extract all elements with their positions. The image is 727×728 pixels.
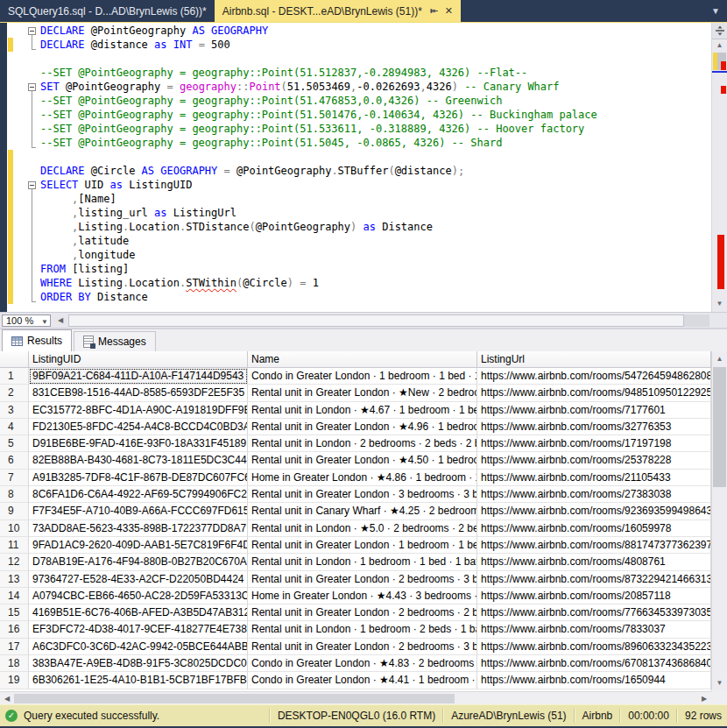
row-number[interactable]: 7 (0, 470, 29, 486)
code-line[interactable]: SET @PointGeography = geography::Point(5… (40, 80, 709, 94)
code-line[interactable]: --SET @PointGeography = geography::Point… (40, 122, 709, 136)
scroll-right-icon[interactable]: ▶ (698, 693, 710, 704)
table-row[interactable]: 196B306261-1E25-4A10-B1B1-5CB71BF17BFBCo… (0, 672, 711, 689)
code-line[interactable]: DECLARE @PointGeography AS GEOGRAPHY (40, 24, 709, 38)
cell-listinguid[interactable]: A91B3285-7DF8-4C1F-867B-DE87DC607FC6 (29, 470, 248, 486)
tab-airbnb-sql[interactable]: Airbnb.sql - DESKT...eAD\BrynLewis (51))… (215, 0, 461, 22)
scroll-up-icon[interactable]: ▲ (712, 39, 727, 53)
tab-messages[interactable]: Messages (74, 331, 156, 351)
table-row[interactable]: 16EF3DFC72-4D38-4017-9CEF-418277E4E738Re… (0, 621, 711, 638)
code-line[interactable]: ,latitude (40, 234, 709, 248)
cell-listingurl[interactable]: https://www.airbnb.com/rooms/17197198 (477, 435, 711, 452)
row-number[interactable]: 16 (0, 621, 29, 638)
scrollbar-thumb[interactable] (14, 694, 455, 703)
cell-listingurl[interactable]: https://www.airbnb.com/rooms/94851095012… (477, 385, 711, 401)
table-row[interactable]: 154169B51E-6C76-406B-AFED-A3B5D47AB312Re… (0, 604, 711, 621)
code-line[interactable]: ,Listing.Location.STDistance(@PointGeogr… (40, 220, 709, 234)
code-line[interactable]: --SET @PointGeography = geography::Point… (40, 94, 709, 108)
cell-listinguid[interactable]: A6C3DFC0-3C6D-42AC-9942-05BCE644ABB7 (29, 639, 248, 655)
code-line[interactable]: --SET @PointGeography = geography::Point… (40, 66, 709, 80)
cell-listinguid[interactable]: FD2130E5-8FDC-4254-A4C8-BCCD4C0BD3AD (29, 419, 248, 435)
cell-name[interactable]: Rental unit in London · 1 bedroom · 2 be… (248, 621, 477, 638)
cell-listinguid[interactable]: A0794CBC-EB66-4650-AC28-2D59FA53313C (29, 588, 248, 604)
cell-listingurl[interactable]: https://www.airbnb.com/rooms/16059978 (477, 520, 711, 537)
editor-vertical-scrollbar[interactable]: ▲ ▼ (711, 23, 727, 312)
cell-listinguid[interactable]: 9FAD1AC9-2620-409D-AAB1-5E7C819F6F4D (29, 537, 248, 554)
code-line[interactable]: ORDER BY Distance (40, 290, 709, 304)
table-row[interactable]: 9F7F34E5F-A710-40B9-A66A-FCCC697FD615Ren… (0, 503, 711, 519)
row-number[interactable]: 15 (0, 604, 29, 621)
code-line[interactable]: DECLARE @distance as INT = 500 (40, 38, 709, 52)
cell-name[interactable]: Rental unit in Greater London · 2 bedroo… (248, 639, 477, 655)
cell-listingurl[interactable]: https://www.airbnb.com/rooms/88174737736… (477, 537, 711, 554)
editor-horizontal-scrollbar[interactable] (68, 315, 709, 327)
tab-list-chevron-icon[interactable]: ▼ (711, 6, 720, 16)
sql-code-editor[interactable]: DECLARE @PointGeography AS GEOGRAPHYDECL… (0, 23, 727, 312)
split-editor-handle[interactable] (712, 23, 727, 39)
table-row[interactable]: 12D78AB19E-A176-4F94-880B-0B27B20C670ARe… (0, 554, 711, 570)
cell-listingurl[interactable]: https://www.airbnb.com/rooms/20857118 (477, 588, 711, 604)
grid-horizontal-scrollbar[interactable]: ◀ ▶ (0, 691, 711, 704)
cell-listingurl[interactable]: https://www.airbnb.com/rooms/32776353 (477, 419, 711, 435)
cell-name[interactable]: Rental unit in London · ★5.0 · 2 bedroom… (248, 520, 477, 537)
scrollbar-thumb[interactable] (713, 367, 726, 487)
table-row[interactable]: 88C6FA1D6-C6A4-4922-AF69-5C7994906FC2Ren… (0, 486, 711, 503)
cell-listinguid[interactable]: EF3DFC72-4D38-4017-9CEF-418277E4E738 (29, 621, 248, 638)
cell-listingurl[interactable]: https://www.airbnb.com/rooms/1650944 (477, 672, 711, 689)
cell-listingurl[interactable]: https://www.airbnb.com/rooms/89606332343… (477, 639, 711, 655)
table-row[interactable]: 5D91BE6BE-9FAD-416E-93F0-18A331F45189Ren… (0, 435, 711, 452)
scroll-up-icon[interactable]: ▲ (712, 352, 727, 366)
scroll-down-icon[interactable]: ▼ (712, 676, 727, 690)
cell-listingurl[interactable]: https://www.airbnb.com/rooms/87322942146… (477, 571, 711, 588)
row-number[interactable]: 1 (0, 368, 29, 385)
close-icon[interactable]: ✕ (445, 6, 453, 16)
cell-listingurl[interactable]: https://www.airbnb.com/rooms/7833037 (477, 621, 711, 638)
table-row[interactable]: 2831CEB98-1516-44AD-8585-6593DF2E5F35Ren… (0, 385, 711, 401)
cell-listingurl[interactable]: https://www.airbnb.com/rooms/21105433 (477, 470, 711, 486)
cell-name[interactable]: Rental unit in Canary Wharf · ★4.25 · 2 … (248, 503, 477, 519)
code-line[interactable] (40, 52, 709, 66)
row-number[interactable]: 11 (0, 537, 29, 554)
cell-listinguid[interactable]: 82EB88BA-B430-4681-8C73-1811E5DC3C44 (29, 452, 248, 469)
cell-name[interactable]: Rental unit in London · 2 bedrooms · 2 b… (248, 435, 477, 452)
table-row[interactable]: 3EC315772-8BFC-4D1A-A90C-A191819DFF9ERen… (0, 402, 711, 419)
cell-name[interactable]: Home in Greater London · ★4.86 · 1 bedro… (248, 470, 477, 486)
cell-listingurl[interactable]: https://www.airbnb.com/rooms/7177601 (477, 402, 711, 419)
fold-marker[interactable] (28, 27, 36, 35)
table-row[interactable]: 119FAD1AC9-2620-409D-AAB1-5E7C819F6F4DRe… (0, 537, 711, 554)
cell-listinguid[interactable]: 383BA47E-A9EB-4D8B-91F5-3C8025DCDC05 (29, 655, 248, 672)
corner-header-cell[interactable] (0, 351, 29, 367)
cell-listinguid[interactable]: D91BE6BE-9FAD-416E-93F0-18A331F45189 (29, 435, 248, 452)
code-line[interactable] (40, 150, 709, 164)
code-line[interactable]: ,[Name] (40, 192, 709, 206)
row-number[interactable]: 6 (0, 452, 29, 469)
column-header-listingurl[interactable]: ListingUrl (477, 351, 711, 367)
row-number[interactable]: 5 (0, 435, 29, 452)
cell-name[interactable]: Rental unit in Greater London · 2 bedroo… (248, 571, 477, 588)
cell-name[interactable]: Rental unit in Greater London · 1 bedroo… (248, 537, 477, 554)
code-line[interactable]: --SET @PointGeography = geography::Point… (40, 136, 709, 150)
cell-listingurl[interactable]: https://www.airbnb.com/rooms/54726459486… (477, 368, 711, 385)
table-row[interactable]: 17A6C3DFC0-3C6D-42AC-9942-05BCE644ABB7Re… (0, 639, 711, 655)
row-number[interactable]: 17 (0, 639, 29, 655)
fold-marker[interactable] (28, 83, 36, 91)
row-number[interactable]: 2 (0, 385, 29, 401)
scroll-left-icon[interactable]: ◀ (1, 693, 13, 704)
row-number[interactable]: 8 (0, 486, 29, 503)
fold-marker[interactable] (28, 181, 36, 189)
cell-listinguid[interactable]: 97364727-E528-4E33-A2CF-D22050BD4424 (29, 571, 248, 588)
cell-name[interactable]: Rental unit in London · ★4.67 · 1 bedroo… (248, 402, 477, 419)
pin-icon[interactable] (429, 6, 439, 16)
cell-name[interactable]: Rental unit in Greater London · ★4.96 · … (248, 419, 477, 435)
cell-name[interactable]: Rental unit in Greater London · 3 bedroo… (248, 486, 477, 503)
cell-listinguid[interactable]: EC315772-8BFC-4D1A-A90C-A191819DFF9E (29, 402, 248, 419)
cell-listingurl[interactable]: https://www.airbnb.com/rooms/67081374368… (477, 655, 711, 672)
cell-listingurl[interactable]: https://www.airbnb.com/rooms/4808761 (477, 554, 711, 570)
grid-vertical-scrollbar[interactable]: ▲ ▼ (711, 351, 727, 691)
cell-listinguid[interactable]: 9BF09A21-C684-411D-A10A-F147144D9543 (29, 368, 248, 385)
row-number[interactable]: 12 (0, 554, 29, 570)
cell-listinguid[interactable]: 6B306261-1E25-4A10-B1B1-5CB71BF17BFB (29, 672, 248, 689)
table-row[interactable]: 18383BA47E-A9EB-4D8B-91F5-3C8025DCDC05Co… (0, 655, 711, 672)
cell-listinguid[interactable]: 831CEB98-1516-44AD-8585-6593DF2E5F35 (29, 385, 248, 401)
table-row[interactable]: 14A0794CBC-EB66-4650-AC28-2D59FA53313CHo… (0, 588, 711, 604)
